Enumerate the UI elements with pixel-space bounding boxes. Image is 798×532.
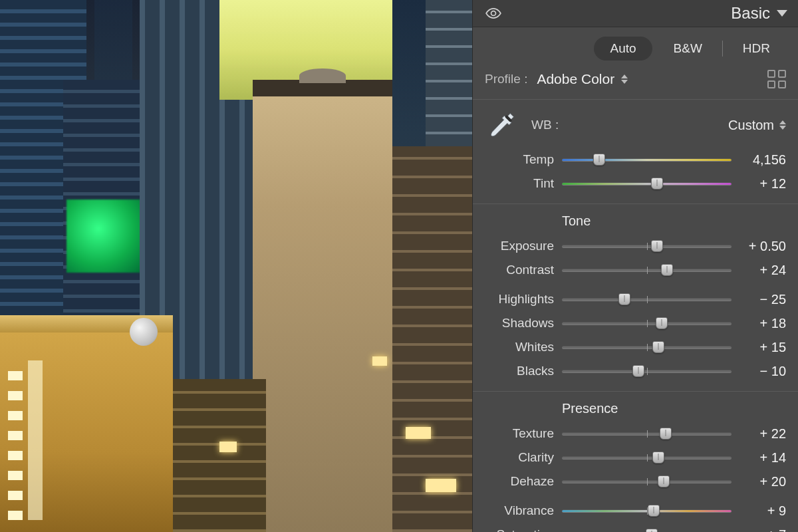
panel-header: Basic	[473, 0, 798, 27]
clarity-label: Clarity	[485, 450, 554, 465]
highlights-value[interactable]: − 25	[739, 292, 786, 307]
divider	[722, 41, 723, 57]
blacks-value[interactable]: − 10	[739, 364, 786, 379]
texture-slider[interactable]	[562, 426, 732, 441]
blacks-slider[interactable]	[562, 364, 732, 378]
exposure-value[interactable]: + 0.50	[739, 239, 786, 254]
texture-value[interactable]: + 22	[739, 426, 786, 442]
saturation-value[interactable]: + 7	[739, 527, 786, 533]
hdr-button[interactable]: HDR	[727, 37, 786, 61]
exposure-slider[interactable]	[562, 239, 732, 253]
temp-label: Temp	[485, 152, 554, 167]
photo-preview[interactable]	[0, 0, 472, 532]
svg-point-0	[491, 11, 496, 16]
highlights-slider[interactable]	[562, 292, 732, 307]
tint-label: Tint	[485, 176, 554, 191]
tint-slider[interactable]	[562, 176, 732, 191]
dehaze-label: Dehaze	[485, 474, 554, 489]
wb-section: WB : Custom Temp 4,156 Tint + 12	[473, 99, 798, 203]
stepper-icon	[621, 74, 628, 84]
wb-mode-value: Custom	[728, 118, 774, 133]
saturation-slider[interactable]	[562, 527, 732, 532]
stepper-icon	[779, 120, 786, 130]
clarity-value[interactable]: + 14	[739, 450, 786, 466]
shadows-value[interactable]: + 18	[739, 316, 786, 331]
dehaze-value[interactable]: + 20	[739, 474, 786, 489]
wb-label: WB :	[531, 118, 559, 132]
clarity-slider[interactable]	[562, 450, 732, 465]
whites-slider[interactable]	[562, 340, 732, 354]
shadows-slider[interactable]	[562, 316, 732, 331]
contrast-value[interactable]: + 24	[739, 263, 786, 278]
mode-row: Auto B&W HDR	[473, 27, 798, 70]
temp-slider[interactable]	[562, 152, 732, 167]
profile-value: Adobe Color	[537, 71, 614, 87]
highlights-label: Highlights	[485, 292, 554, 307]
tint-row: Tint + 12	[485, 173, 786, 194]
whites-label: Whites	[485, 340, 554, 354]
saturation-label: Saturation	[485, 527, 554, 532]
vibrance-value[interactable]: + 9	[739, 503, 786, 519]
contrast-label: Contrast	[485, 263, 554, 277]
panel-title-toggle[interactable]: Basic	[731, 4, 787, 23]
basic-panel: Basic Auto B&W HDR Profile : Adobe Color	[472, 0, 798, 532]
wb-mode-dropdown[interactable]: Custom	[728, 118, 786, 133]
presence-section: Presence Texture + 22 Clarity + 14 Dehaz…	[473, 391, 798, 532]
presence-heading: Presence	[562, 401, 786, 416]
tint-value[interactable]: + 12	[739, 176, 786, 192]
dehaze-slider[interactable]	[562, 474, 732, 489]
vibrance-slider[interactable]	[562, 503, 732, 518]
profile-browser-icon[interactable]	[767, 70, 786, 88]
profile-label: Profile :	[485, 72, 527, 86]
profile-dropdown[interactable]: Adobe Color	[537, 71, 628, 87]
temp-row: Temp 4,156	[485, 149, 786, 170]
collapse-icon	[777, 10, 787, 17]
auto-button[interactable]: Auto	[594, 37, 652, 61]
shadows-label: Shadows	[485, 316, 554, 331]
profile-row: Profile : Adobe Color	[473, 70, 798, 99]
whites-value[interactable]: + 15	[739, 340, 786, 355]
bw-button[interactable]: B&W	[658, 37, 718, 61]
temp-value[interactable]: 4,156	[739, 152, 786, 168]
texture-label: Texture	[485, 426, 554, 441]
eyedropper-icon[interactable]	[485, 108, 519, 142]
panel-title-label: Basic	[731, 4, 770, 23]
contrast-slider[interactable]	[562, 263, 732, 277]
tone-heading: Tone	[562, 213, 786, 229]
tone-section: Tone Exposure + 0.50 Contrast + 24 Highl…	[473, 203, 798, 391]
preview-toggle-icon[interactable]	[485, 5, 502, 22]
vibrance-label: Vibrance	[485, 503, 554, 518]
exposure-label: Exposure	[485, 239, 554, 253]
blacks-label: Blacks	[485, 364, 554, 378]
